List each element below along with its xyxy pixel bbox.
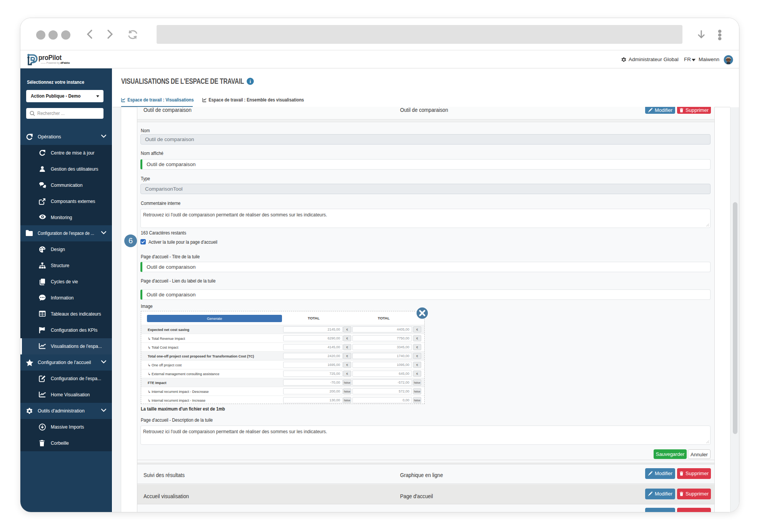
svg-text:i: i bbox=[250, 79, 251, 84]
